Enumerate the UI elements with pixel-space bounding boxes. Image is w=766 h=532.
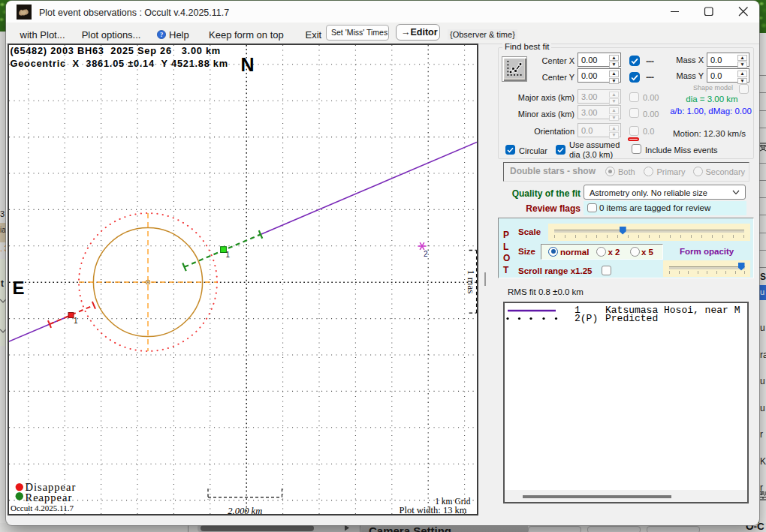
- minimize-icon: [659, 1, 689, 23]
- radio-both[interactable]: [605, 167, 615, 176]
- fbf-spin-arrows[interactable]: ▲▼: [609, 125, 619, 135]
- fbf-row-checkbox[interactable]: [629, 56, 640, 66]
- fbf-row-checkbox[interactable]: [629, 126, 639, 136]
- menu-keep-on-top[interactable]: Keep form on top: [209, 29, 284, 41]
- scroll-range-checkbox[interactable]: [602, 266, 611, 275]
- use-assumed-label-2: dia (3.0 km): [569, 150, 613, 159]
- fbf-row-label: Orientation: [487, 127, 574, 136]
- legend-reappear-label: Reappear: [26, 491, 73, 503]
- bg-right-row: [759, 163, 766, 180]
- app-icon: [17, 5, 32, 20]
- dia-text: dia = 3.00 km: [674, 95, 749, 104]
- fbf-row-dashes: ---: [646, 71, 653, 83]
- fbf-row-spinbox[interactable]: 0.00 ▲▼: [578, 53, 621, 67]
- observer-row[interactable]: 2(P)Predicted: [505, 313, 747, 322]
- circular-checkbox[interactable]: [505, 145, 515, 155]
- fbf-row-spinbox[interactable]: 0.0 ▲▼: [578, 123, 621, 137]
- ab-dmag-text: a/b: 1.00, dMag: 0.00: [660, 107, 759, 116]
- bg-bottom-window-title: Camera Setting: [369, 524, 451, 532]
- fbf-row-label: Center X: [487, 56, 574, 65]
- set-miss-times-button[interactable]: Set 'Miss' Times: [326, 25, 389, 41]
- listbox-scrollbar-thumb[interactable]: [523, 495, 671, 498]
- bg-right-selected-row: u: [759, 285, 766, 300]
- fbf-row-aux: 0.00: [643, 110, 659, 119]
- occultation-plot: 1121 mas(65482) 2003 BH63 2025 Sep 26 3.…: [9, 45, 477, 514]
- bg-right-fragment: u: [760, 323, 765, 333]
- use-assumed-checkbox[interactable]: [556, 145, 565, 155]
- find-best-fit-label: Find best fit: [502, 42, 551, 51]
- radio-size-x2-label: x 2: [608, 248, 620, 257]
- legend-reappear-dot: [16, 492, 23, 500]
- plot-width-label: Plot width: 13 km: [400, 505, 467, 515]
- circular-label: Circular: [519, 146, 547, 155]
- maximize-button[interactable]: [693, 1, 723, 23]
- fbf-spin-arrows[interactable]: ▲▼: [609, 92, 619, 101]
- bg-bottom-arrow-icon[interactable]: [344, 524, 350, 531]
- mass-y-spin-arrows[interactable]: ▲▼: [737, 71, 747, 80]
- radio-secondary[interactable]: [693, 167, 703, 176]
- bg-bottom-scrollbar[interactable]: [198, 524, 365, 532]
- mass-y-spinbox[interactable]: 0.0 ▲▼: [707, 68, 749, 83]
- bg-right-row: [759, 233, 766, 250]
- editor-button[interactable]: →Editor: [396, 24, 440, 41]
- fbf-row-checkbox[interactable]: [629, 72, 640, 83]
- radio-size-x5[interactable]: [630, 247, 640, 257]
- minimize-button[interactable]: [659, 1, 689, 23]
- bg-right-fragment: K: [760, 456, 766, 467]
- fbf-row-label: Center Y: [487, 73, 574, 82]
- fbf-spin-arrows[interactable]: ▲▼: [609, 71, 619, 80]
- plot-title-2: Geocentric X 3861.05 ±0.14 Y 4521.88 km: [11, 58, 228, 69]
- fbf-row-spinbox[interactable]: 3.00 ▲▼: [578, 89, 621, 104]
- chord-line: [9, 315, 71, 341]
- include-miss-checkbox[interactable]: [632, 144, 641, 154]
- shape-model-checkbox[interactable]: [739, 84, 749, 94]
- plot-letter: T: [503, 265, 508, 275]
- bg-right-fragment: ra: [760, 350, 766, 360]
- radio-primary-label: Primary: [657, 167, 686, 176]
- legend-disappear-dot: [16, 483, 23, 491]
- double-stars-label: Double stars - show: [510, 166, 596, 176]
- observers-listbox[interactable]: 1Katsumasa Hosoi, near M2(P)Predicted: [503, 302, 749, 503]
- window-title: Plot event observations : Occult v.4.202…: [39, 8, 229, 18]
- svg-text:?: ?: [160, 30, 163, 38]
- fbf-row-checkbox[interactable]: [629, 108, 639, 118]
- fbf-spin-arrows[interactable]: ▲▼: [609, 107, 619, 117]
- plot-area[interactable]: 1121 mas(65482) 2003 BH63 2025 Sep 26 3.…: [8, 44, 478, 515]
- close-button[interactable]: [728, 1, 758, 23]
- fbf-row-checkbox[interactable]: [629, 92, 639, 102]
- mass-x-spinbox[interactable]: 0.0 ▲▼: [707, 53, 749, 67]
- radio-size-x5-label: x 5: [641, 248, 653, 257]
- east-label: E: [12, 278, 24, 298]
- bg-right-fragment-s: S: [760, 272, 766, 282]
- bg-bottom-tab-1: [528, 526, 581, 532]
- background-window-right-sliver: S u urauurKr: [759, 33, 766, 532]
- fbf-spin-arrows[interactable]: ▲▼: [609, 55, 619, 65]
- fbf-row-spinbox[interactable]: 3.00 ▲▼: [578, 105, 621, 119]
- review-flags-field: 0 items are tagged for review: [584, 201, 746, 215]
- form-opacity-slider[interactable]: [663, 260, 750, 277]
- observer-row[interactable]: 1Katsumasa Hosoi, near M: [505, 305, 747, 314]
- radio-size-normal[interactable]: [548, 247, 558, 257]
- mass-x-spin-arrows[interactable]: ▲▼: [737, 55, 747, 65]
- chevron-down-icon: [732, 190, 740, 195]
- fbf-row-spinbox[interactable]: 0.00 ▲▼: [578, 68, 621, 83]
- splitter-handle[interactable]: [484, 272, 486, 286]
- menu-help[interactable]: Help: [169, 29, 189, 41]
- scale-slider[interactable]: [548, 224, 750, 241]
- bg-right-row: [759, 110, 766, 128]
- radio-primary[interactable]: [644, 167, 653, 176]
- scale-slider-thumb[interactable]: [620, 227, 626, 235]
- quality-combobox[interactable]: Astrometry only. No reliable size: [584, 185, 746, 200]
- listbox-horizontal-scrollbar[interactable]: [505, 490, 747, 502]
- plot-letter: O: [503, 253, 510, 263]
- form-opacity-slider-thumb[interactable]: [738, 263, 745, 271]
- menu-with-plot[interactable]: with Plot...: [20, 29, 65, 41]
- bg-bottom-scrollbar-thumb[interactable]: [201, 525, 314, 531]
- menu-plot-options[interactable]: Plot options...: [82, 29, 141, 41]
- bg-right-cjk-top: [759, 143, 766, 152]
- menu-exit[interactable]: Exit: [306, 29, 322, 41]
- radio-size-x2[interactable]: [596, 247, 606, 257]
- form-opacity-label: Form opacity: [680, 247, 734, 256]
- review-flags-checkbox[interactable]: [587, 203, 597, 213]
- size-label: Size: [518, 247, 535, 256]
